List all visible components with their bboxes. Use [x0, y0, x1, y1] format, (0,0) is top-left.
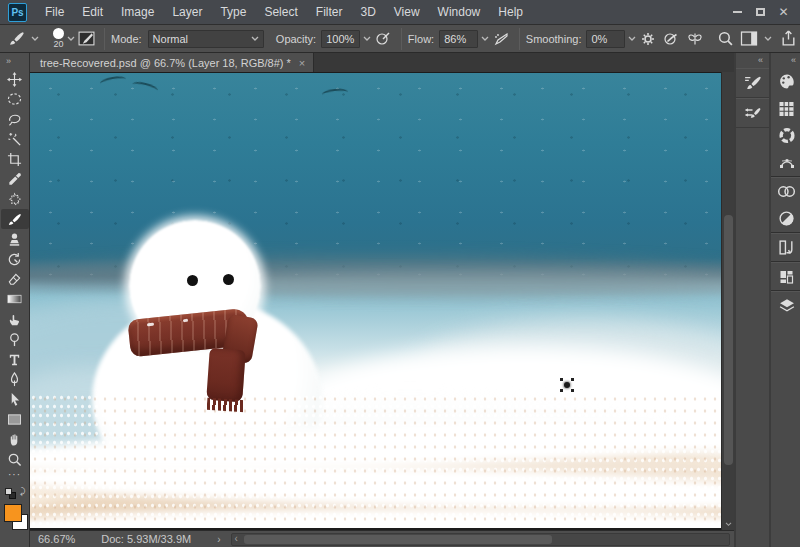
smoothing-options-gear-icon[interactable] [639, 29, 656, 49]
history-panel-icon[interactable] [771, 234, 800, 261]
gradient-tool[interactable] [1, 289, 29, 309]
pressure-opacity-icon[interactable] [374, 29, 392, 49]
brushes-panel-tab[interactable] [736, 98, 769, 128]
brush-tool[interactable] [1, 209, 29, 229]
paths-panel-icon[interactable] [771, 149, 800, 176]
eraser-tool[interactable] [1, 269, 29, 289]
flow-input[interactable]: 86% [439, 30, 478, 48]
scroll-down-icon[interactable] [725, 522, 732, 527]
workspace-switcher-icon[interactable] [740, 29, 758, 49]
libraries-panel-icon[interactable] [771, 263, 800, 290]
separator [104, 28, 105, 50]
chevron-down-icon [251, 36, 259, 42]
pressure-size-icon[interactable] [662, 29, 680, 49]
menu-filter[interactable]: Filter [307, 0, 352, 24]
menu-3d[interactable]: 3D [351, 0, 384, 24]
menu-file[interactable]: File [36, 0, 73, 24]
magic-wand-tool[interactable] [1, 129, 29, 149]
toolbar-overflow-icon[interactable]: ··· [8, 469, 21, 482]
separator [401, 28, 402, 50]
flow-label: Flow: [408, 33, 434, 45]
document-canvas[interactable] [30, 72, 721, 530]
menu-layer[interactable]: Layer [163, 0, 211, 24]
menu-window[interactable]: Window [429, 0, 490, 24]
history-brush-icon [7, 252, 22, 267]
brush-tool-preset-icon[interactable] [8, 29, 25, 49]
smoothing-input[interactable]: 0% [586, 30, 625, 48]
horizontal-scrollbar-thumb[interactable] [244, 535, 552, 544]
color-wheel-icon[interactable] [771, 122, 800, 149]
tab-close-icon[interactable]: × [299, 57, 305, 69]
elliptical-marquee-tool[interactable] [1, 89, 29, 109]
tools-panel: » ··· ⤸ [0, 53, 30, 547]
color-panel-icon[interactable] [771, 68, 800, 95]
opacity-input[interactable]: 100% [321, 30, 360, 48]
ps-logo[interactable]: Ps [8, 3, 27, 22]
brush-settings-panel-tab[interactable] [736, 68, 769, 98]
mode-select[interactable]: Normal [148, 30, 264, 48]
collapse-panels-icon[interactable]: « [758, 53, 769, 68]
rectangle-tool[interactable] [1, 409, 29, 429]
path-select-tool[interactable] [1, 389, 29, 409]
menu-select[interactable]: Select [255, 0, 306, 24]
move-tool[interactable] [1, 69, 29, 89]
menu-help[interactable]: Help [489, 0, 532, 24]
toolbar-expand-glyph[interactable]: » [0, 53, 12, 69]
document-tab[interactable]: tree-Recovered.psd @ 66.7% (Layer 18, RG… [30, 53, 314, 72]
pen-icon [7, 372, 22, 387]
dodge-tool[interactable] [1, 329, 29, 349]
type-tool[interactable] [1, 349, 29, 369]
maximize-icon[interactable] [752, 5, 769, 20]
hand-tool[interactable] [1, 429, 29, 449]
eyedropper-tool[interactable] [1, 169, 29, 189]
chevron-down-icon[interactable] [363, 36, 371, 42]
layers-panel-icon[interactable] [771, 292, 800, 319]
photoshop-window: Ps File Edit Image Layer Type Select Fil… [0, 0, 800, 547]
close-icon[interactable]: ✕ [775, 5, 792, 20]
pen-tool[interactable] [1, 369, 29, 389]
foreground-color-swatch[interactable] [4, 504, 22, 522]
chevron-down-icon[interactable] [764, 36, 772, 42]
menu-edit[interactable]: Edit [73, 0, 112, 24]
lasso-tool[interactable] [1, 109, 29, 129]
chevron-down-icon[interactable] [67, 36, 75, 42]
lasso-icon [7, 112, 22, 127]
hand-icon [7, 432, 22, 447]
status-bar: 66.67% Doc: 5.93M/33.9M › ‹ [30, 530, 734, 547]
adjustments-icon[interactable] [771, 205, 800, 232]
history-brush-tool[interactable] [1, 249, 29, 269]
healing-brush-tool[interactable] [1, 189, 29, 209]
chevron-down-icon[interactable] [628, 36, 636, 42]
horizontal-scrollbar[interactable]: ‹ [231, 533, 730, 546]
symmetry-butterfly-icon[interactable] [686, 29, 704, 49]
brush-size-preview[interactable]: 20 [53, 28, 64, 49]
chevron-down-icon[interactable] [481, 36, 489, 42]
selection-arrow-icon [8, 392, 21, 407]
menu-view[interactable]: View [385, 0, 429, 24]
creative-cloud-icon[interactable] [771, 178, 800, 205]
airbrush-icon[interactable] [492, 29, 510, 49]
collapse-panels-icon[interactable]: « [791, 53, 800, 68]
menu-type[interactable]: Type [211, 0, 255, 24]
minimize-icon[interactable] [729, 5, 746, 20]
separator [519, 28, 520, 50]
marquee-icon [7, 92, 22, 106]
swap-colors-icon[interactable]: ⤸ [4, 485, 26, 499]
swatches-panel-icon[interactable] [771, 95, 800, 122]
zoom-tool[interactable] [1, 449, 29, 469]
status-flyout-icon[interactable]: › [199, 534, 226, 545]
vertical-scrollbar[interactable] [721, 72, 734, 530]
menu-image[interactable]: Image [112, 0, 163, 24]
zoom-level-field[interactable]: 66.67% [30, 533, 85, 545]
chevron-down-icon[interactable] [31, 36, 39, 42]
scroll-left-icon[interactable]: ‹ [232, 534, 238, 544]
clone-stamp-tool[interactable] [1, 229, 29, 249]
search-icon[interactable] [717, 29, 734, 49]
vertical-scrollbar-thumb[interactable] [724, 215, 733, 465]
crop-tool[interactable] [1, 149, 29, 169]
smoothing-label: Smoothing: [526, 33, 582, 45]
smudge-tool[interactable] [1, 309, 29, 329]
share-icon[interactable] [780, 29, 797, 49]
mode-label: Mode: [111, 33, 142, 45]
toggle-brush-panel-icon[interactable] [78, 29, 95, 49]
